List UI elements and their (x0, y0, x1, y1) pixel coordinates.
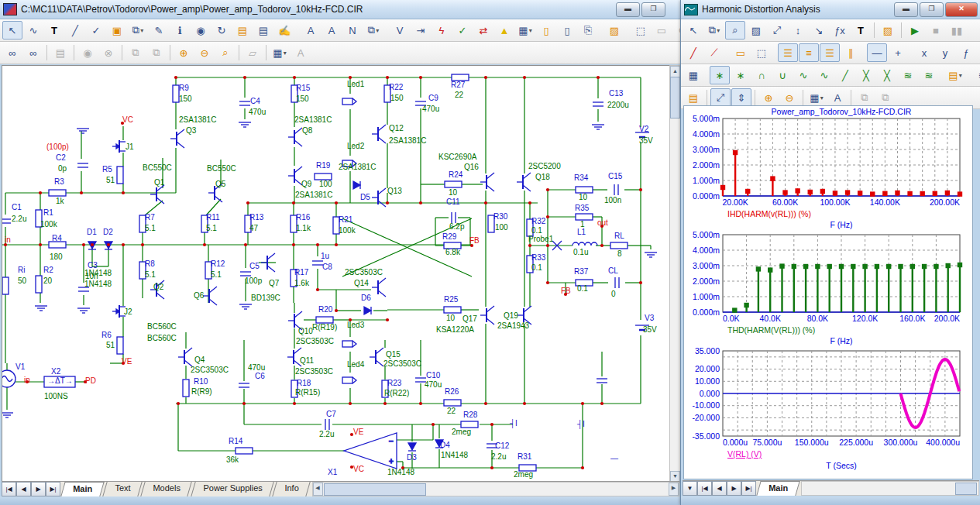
clipboard-123-icon[interactable]: ▤ (683, 88, 703, 107)
vertical-scrollbar[interactable]: ▲ ▼ (669, 65, 681, 483)
scroll-left-icon[interactable]: ◀ (313, 483, 323, 496)
font-icon[interactable]: A (827, 88, 848, 107)
split-view-icon[interactable]: ▦▾ (270, 43, 290, 62)
baseline-icon[interactable]: — (867, 43, 887, 62)
bring-to-front-icon[interactable]: ⧉ (854, 88, 875, 107)
fx-tag-icon[interactable]: ƒx (830, 21, 850, 40)
grid-vertical-2-icon[interactable]: ☰ (820, 43, 840, 62)
clipboard-icon[interactable]: ▤▾ (945, 66, 965, 84)
box-select-icon[interactable]: ⬚ (631, 21, 651, 40)
grid-horizontal-icon[interactable]: ≡ (799, 43, 819, 62)
select-icon[interactable]: ↖ (2, 21, 22, 40)
minimize-button[interactable]: ▬ (894, 2, 918, 17)
info-icon[interactable]: ℹ (170, 21, 190, 40)
pause-icon[interactable]: ▮▮ (947, 21, 967, 40)
doc-edit-icon[interactable]: ✍ (274, 21, 294, 40)
fx-scale-icon[interactable]: ƒ (956, 43, 976, 62)
stop-x-icon[interactable]: ⊗ (98, 43, 119, 62)
graph-pane-icon[interactable]: ▨ (746, 21, 766, 40)
y-scale-icon[interactable]: y (935, 43, 955, 62)
find-again-icon[interactable]: ∞ (23, 43, 43, 62)
horizontal-scrollbar[interactable]: ◀ ▶ (312, 482, 679, 496)
maximize-button[interactable]: ❐ (641, 2, 665, 17)
line-mode-icon[interactable]: ╱ (65, 21, 85, 40)
last-page-button[interactable]: ▶| (741, 481, 756, 496)
send-to-back-icon[interactable]: ⧉ (146, 43, 167, 62)
first-page-button[interactable]: |◀ (697, 481, 712, 496)
run-icon[interactable]: ▶ (905, 21, 925, 40)
text-tag-icon[interactable]: T (851, 21, 871, 40)
show-values-icon[interactable]: A (322, 21, 342, 40)
tab-models[interactable]: Models (141, 482, 193, 496)
pan-page-icon[interactable]: ▱ (242, 43, 263, 62)
minimize-button[interactable]: ▬ (616, 2, 640, 17)
graphics-mode-icon[interactable]: ✓ (86, 21, 106, 40)
high-icon[interactable]: ∿ (793, 66, 813, 84)
picture-mode-icon[interactable]: ▣ (107, 21, 127, 40)
sheet-check-icon[interactable]: ▤ (232, 21, 253, 40)
step-down-icon[interactable]: ◉ (77, 43, 98, 62)
valley-icon[interactable]: ∪ (772, 66, 793, 84)
chart-thd[interactable]: 5.000m4.000m3.000m2.000m1.000m0.000m0.0K… (684, 230, 971, 346)
split-view-icon[interactable]: ▦▾ (806, 88, 827, 107)
low-icon[interactable]: ∿ (814, 66, 834, 84)
tab-main[interactable]: Main (756, 481, 800, 496)
next-page-button[interactable]: ▶ (727, 481, 741, 496)
inflection-icon[interactable]: ╳ (856, 66, 876, 84)
prev-page-button[interactable]: ◀ (16, 482, 31, 496)
vertical-cursor-icon[interactable]: ∗ (731, 66, 751, 84)
tab-text[interactable]: Text (102, 482, 143, 496)
schematic-canvas[interactable]: −+(100p)C20pVCJ1R551R31kC12.2uR1100kinR4… (2, 65, 670, 483)
last-page-button[interactable]: ▶| (46, 482, 60, 496)
data-point-box-icon[interactable]: ⬚ (751, 43, 772, 62)
page-add-icon[interactable]: ▯ (536, 21, 556, 40)
global-high-icon[interactable]: ╳ (877, 66, 897, 84)
wire-mode-icon[interactable]: ∿ (23, 21, 43, 40)
stop-icon[interactable]: ■ (926, 21, 946, 40)
peak-icon[interactable]: ∩ (751, 66, 772, 84)
cursor-branch-icon[interactable]: ≋ (919, 66, 939, 84)
tab-info[interactable]: Info (272, 482, 311, 496)
component-mode-icon[interactable]: ⧉▾ (128, 21, 148, 40)
token-trace-icon[interactable]: ⟋ (704, 43, 724, 62)
chart-vrl[interactable]: 35.00020.00010.0000.000-10.000-20.000-35… (684, 346, 971, 476)
region-box-icon[interactable]: ▭ (652, 21, 672, 40)
numeric-output-icon[interactable]: ≡ (971, 66, 980, 84)
grid-vertical-1-icon[interactable]: ☰ (778, 43, 798, 62)
show-pin-connections-icon[interactable]: ⇄ (473, 21, 493, 40)
point-tag-icon[interactable]: ↘ (809, 21, 829, 40)
find-icon[interactable]: ∞ (2, 43, 22, 62)
auto-scale-x-icon[interactable]: ⤢ (710, 88, 731, 107)
scale-mode-icon[interactable]: ⤢ (767, 21, 787, 40)
horizontal-cursor-icon[interactable]: ∗ (710, 66, 730, 84)
scroll-right-icon[interactable]: ▶ (669, 483, 679, 496)
font-icon[interactable]: A (291, 43, 311, 62)
text-mode-icon[interactable]: T (44, 21, 64, 40)
text-notes-icon[interactable]: ▤ (50, 43, 70, 62)
scale-menu-icon[interactable]: ≡ (977, 43, 980, 62)
properties-icon[interactable]: ▨ (604, 21, 624, 40)
show-conditions-icon[interactable]: ✓ (452, 21, 473, 40)
help-icon[interactable]: ◉ (191, 21, 211, 40)
grid-vertical-3-icon[interactable]: ∥ (841, 43, 861, 62)
show-node-numbers-icon[interactable]: N (342, 21, 363, 40)
zoom-mode-icon[interactable]: ⌕ (725, 21, 745, 40)
show-attribute-text-icon[interactable]: A (301, 21, 321, 40)
zoom-out-icon[interactable]: ⊖ (779, 88, 799, 107)
scroll-up-icon[interactable]: ▲ (670, 66, 680, 77)
first-page-button[interactable]: |◀ (2, 482, 16, 496)
help-spin-icon[interactable]: ↻ (211, 21, 232, 40)
vertical-scroll-thumb[interactable] (670, 77, 680, 119)
close-button[interactable]: ✕ (945, 2, 978, 17)
zoom-in-icon[interactable]: ⊕ (758, 88, 779, 107)
next-page-button[interactable]: ▶ (31, 482, 46, 496)
bring-to-front-icon[interactable]: ⧉ (126, 43, 146, 62)
zoom-in-icon[interactable]: ⊕ (174, 43, 194, 62)
schematic-titlebar[interactable]: C:\MC11\DATA\Petrov\Todorov\Power_amp\Po… (0, 0, 681, 19)
copy-icon[interactable]: ⧉▾ (704, 21, 724, 40)
send-to-back-icon[interactable]: ⧉ (875, 88, 896, 107)
show-clipboard-icon[interactable]: ⧉▾ (363, 21, 383, 40)
grid-icon[interactable]: ▦▾ (515, 21, 535, 40)
show-currents-icon[interactable]: ⇥ (411, 21, 431, 40)
horizontal-scroll-thumb[interactable] (324, 483, 426, 496)
